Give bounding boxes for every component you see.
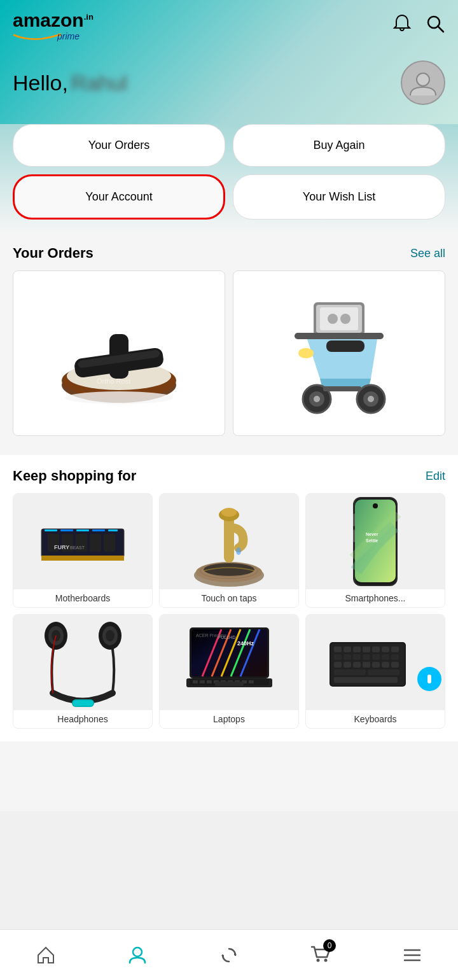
logo-bottom: prime <box>13 31 94 41</box>
see-all-link[interactable]: See all <box>410 247 445 260</box>
svg-point-123 <box>317 958 320 962</box>
svg-rect-84 <box>207 680 212 683</box>
refresh-icon <box>219 945 239 965</box>
svg-text:Ortho Rost: Ortho Rost <box>97 377 130 385</box>
bell-icon[interactable] <box>392 13 412 38</box>
edit-link[interactable]: Edit <box>426 470 445 483</box>
headphones-svg <box>34 617 132 709</box>
svg-point-16 <box>340 314 350 324</box>
nav-cart[interactable]: 0 <box>310 944 331 966</box>
hello-text: Hello, <box>13 71 68 95</box>
greeting: Hello, Rahul <box>13 71 127 95</box>
svg-rect-114 <box>391 662 399 668</box>
svg-point-124 <box>324 958 328 962</box>
shopping-item-smartphones[interactable]: Never Settle Smartphones... <box>305 493 445 608</box>
shopping-item-headphones[interactable]: Headphones <box>13 614 153 729</box>
your-orders-button[interactable]: Your Orders <box>13 124 225 167</box>
header-icons <box>392 13 445 38</box>
order-card-sandal[interactable]: Ortho Rost <box>13 270 225 436</box>
svg-rect-82 <box>193 680 198 683</box>
shopping-item-laptops[interactable]: 240Hz FULLHD ACER Predator <box>159 614 299 729</box>
svg-rect-105 <box>372 654 380 660</box>
svg-rect-96 <box>353 647 361 652</box>
svg-rect-35 <box>45 529 57 531</box>
svg-rect-40 <box>41 556 124 561</box>
svg-rect-37 <box>76 529 89 531</box>
laptops-image: 240Hz FULLHD ACER Predator <box>160 615 298 710</box>
svg-point-23 <box>368 396 374 402</box>
shopping-item-taps[interactable]: Touch on taps <box>159 493 299 608</box>
header-top: amazon .in prime <box>13 10 445 48</box>
svg-rect-117 <box>334 677 398 683</box>
your-wish-list-button[interactable]: Your Wish List <box>233 174 445 220</box>
keep-shopping-title: Keep shopping for <box>13 468 136 484</box>
svg-rect-98 <box>372 647 380 652</box>
keyboards-label: Keyboards <box>306 710 445 728</box>
svg-point-57 <box>373 503 378 508</box>
buy-again-button[interactable]: Buy Again <box>233 124 445 167</box>
svg-rect-109 <box>344 662 351 668</box>
svg-rect-108 <box>334 662 342 668</box>
motherboards-image: FURY BEAST <box>13 494 152 589</box>
scooter-image <box>233 271 445 435</box>
smartphones-label: Smartphones... <box>306 589 445 607</box>
nav-account[interactable] <box>127 945 148 965</box>
greeting-row: Hello, Rahul <box>13 48 445 124</box>
orders-section-title: Your Orders <box>13 245 94 262</box>
orders-row: Ortho Rost <box>13 270 445 436</box>
svg-point-3 <box>417 73 429 86</box>
scooter-svg <box>269 290 409 417</box>
headphones-label: Headphones <box>13 710 152 728</box>
alexa-icon <box>422 671 437 687</box>
svg-rect-97 <box>363 647 370 652</box>
logo: amazon .in <box>13 10 94 31</box>
svg-rect-68 <box>73 701 93 706</box>
svg-text:240Hz: 240Hz <box>237 640 254 647</box>
svg-rect-94 <box>334 647 342 652</box>
svg-point-25 <box>298 348 314 358</box>
main-content: Your Orders See all O <box>0 232 458 811</box>
search-icon[interactable] <box>425 13 445 38</box>
bottom-nav: 0 <box>0 929 458 980</box>
svg-rect-104 <box>363 654 370 660</box>
svg-rect-112 <box>372 662 380 668</box>
svg-rect-33 <box>104 534 115 552</box>
svg-rect-100 <box>391 647 399 652</box>
menu-icon <box>402 945 422 965</box>
logo-suffix: .in <box>84 12 94 22</box>
nav-refresh[interactable] <box>219 945 239 965</box>
svg-rect-116 <box>368 669 399 675</box>
nav-home[interactable] <box>36 945 56 965</box>
svg-rect-91 <box>215 682 244 686</box>
home-icon <box>36 945 56 965</box>
avatar[interactable] <box>401 60 445 105</box>
order-card-scooter[interactable] <box>233 270 445 436</box>
your-account-button[interactable]: Your Account <box>13 174 225 220</box>
headphones-image <box>13 615 152 710</box>
svg-rect-119 <box>427 675 431 683</box>
svg-rect-59 <box>353 514 355 526</box>
buttons-grid: Your Orders Buy Again Your Account Your … <box>13 124 445 220</box>
svg-line-2 <box>438 26 443 32</box>
header: amazon .in prime <box>0 0 458 124</box>
svg-point-20 <box>314 396 320 402</box>
keep-shopping-header: Keep shopping for Edit <box>13 468 445 484</box>
taps-image <box>160 494 298 589</box>
svg-rect-99 <box>382 647 389 652</box>
svg-rect-48 <box>224 515 234 563</box>
laptop-svg: 240Hz FULLHD ACER Predator <box>180 621 279 704</box>
svg-text:FURY: FURY <box>54 544 69 550</box>
quick-buttons-area: Your Orders Buy Again Your Account Your … <box>0 124 458 232</box>
svg-rect-32 <box>90 534 101 552</box>
person-icon <box>127 945 148 965</box>
shopping-item-motherboards[interactable]: FURY BEAST Motherboards <box>13 493 153 608</box>
svg-point-50 <box>221 508 237 517</box>
logo-text: amazon <box>13 10 84 31</box>
nav-menu[interactable] <box>402 945 422 965</box>
svg-point-11 <box>65 391 173 404</box>
keyboard-svg <box>326 626 425 699</box>
svg-rect-14 <box>320 307 358 330</box>
svg-rect-106 <box>382 654 389 660</box>
shopping-item-keyboards[interactable]: Keyboards <box>305 614 445 729</box>
logo-area: amazon .in prime <box>13 10 94 41</box>
